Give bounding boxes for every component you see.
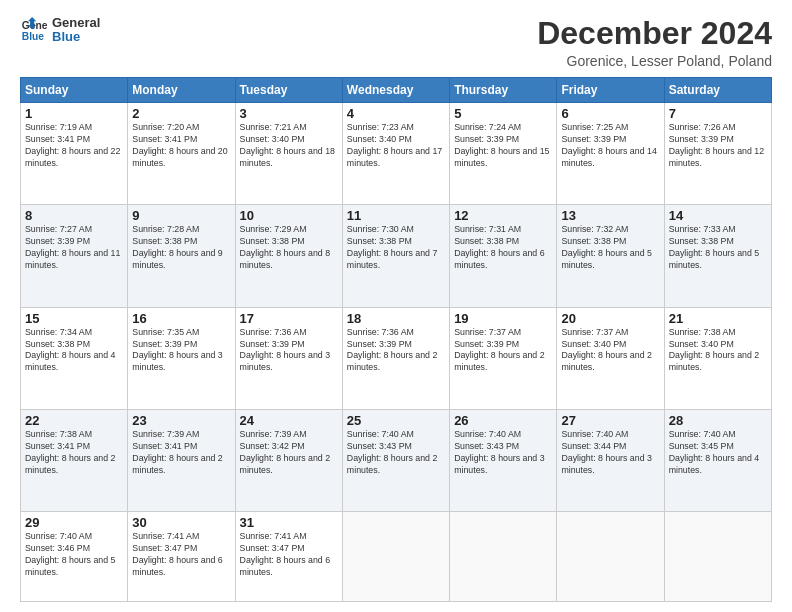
calendar-cell: 8 Sunrise: 7:27 AM Sunset: 3:39 PM Dayli… — [21, 205, 128, 307]
calendar-cell: 14 Sunrise: 7:33 AM Sunset: 3:38 PM Dayl… — [664, 205, 771, 307]
day-detail: Sunrise: 7:23 AM Sunset: 3:40 PM Dayligh… — [347, 122, 445, 170]
day-detail: Sunrise: 7:36 AM Sunset: 3:39 PM Dayligh… — [347, 327, 445, 375]
day-detail: Sunrise: 7:28 AM Sunset: 3:38 PM Dayligh… — [132, 224, 230, 272]
calendar-cell: 3 Sunrise: 7:21 AM Sunset: 3:40 PM Dayli… — [235, 103, 342, 205]
day-number: 16 — [132, 311, 230, 326]
calendar-table: Sunday Monday Tuesday Wednesday Thursday… — [20, 77, 772, 602]
calendar-cell: 19 Sunrise: 7:37 AM Sunset: 3:39 PM Dayl… — [450, 307, 557, 409]
calendar-cell: 12 Sunrise: 7:31 AM Sunset: 3:38 PM Dayl… — [450, 205, 557, 307]
logo-line2: Blue — [52, 30, 100, 44]
day-number: 19 — [454, 311, 552, 326]
day-detail: Sunrise: 7:31 AM Sunset: 3:38 PM Dayligh… — [454, 224, 552, 272]
calendar-cell — [664, 512, 771, 602]
day-number: 18 — [347, 311, 445, 326]
day-number: 30 — [132, 515, 230, 530]
day-detail: Sunrise: 7:37 AM Sunset: 3:40 PM Dayligh… — [561, 327, 659, 375]
day-detail: Sunrise: 7:19 AM Sunset: 3:41 PM Dayligh… — [25, 122, 123, 170]
day-number: 9 — [132, 208, 230, 223]
calendar-cell: 21 Sunrise: 7:38 AM Sunset: 3:40 PM Dayl… — [664, 307, 771, 409]
day-number: 5 — [454, 106, 552, 121]
day-number: 27 — [561, 413, 659, 428]
day-detail: Sunrise: 7:36 AM Sunset: 3:39 PM Dayligh… — [240, 327, 338, 375]
day-detail: Sunrise: 7:38 AM Sunset: 3:40 PM Dayligh… — [669, 327, 767, 375]
header-saturday: Saturday — [664, 78, 771, 103]
day-detail: Sunrise: 7:34 AM Sunset: 3:38 PM Dayligh… — [25, 327, 123, 375]
day-detail: Sunrise: 7:25 AM Sunset: 3:39 PM Dayligh… — [561, 122, 659, 170]
day-detail: Sunrise: 7:41 AM Sunset: 3:47 PM Dayligh… — [240, 531, 338, 579]
day-detail: Sunrise: 7:32 AM Sunset: 3:38 PM Dayligh… — [561, 224, 659, 272]
calendar-cell: 5 Sunrise: 7:24 AM Sunset: 3:39 PM Dayli… — [450, 103, 557, 205]
header-friday: Friday — [557, 78, 664, 103]
calendar-cell: 30 Sunrise: 7:41 AM Sunset: 3:47 PM Dayl… — [128, 512, 235, 602]
day-detail: Sunrise: 7:39 AM Sunset: 3:41 PM Dayligh… — [132, 429, 230, 477]
calendar-cell — [342, 512, 449, 602]
header: General Blue General Blue December 2024 … — [20, 16, 772, 69]
calendar-cell: 18 Sunrise: 7:36 AM Sunset: 3:39 PM Dayl… — [342, 307, 449, 409]
calendar-cell — [557, 512, 664, 602]
day-detail: Sunrise: 7:39 AM Sunset: 3:42 PM Dayligh… — [240, 429, 338, 477]
header-tuesday: Tuesday — [235, 78, 342, 103]
day-number: 28 — [669, 413, 767, 428]
day-detail: Sunrise: 7:40 AM Sunset: 3:44 PM Dayligh… — [561, 429, 659, 477]
calendar-cell: 31 Sunrise: 7:41 AM Sunset: 3:47 PM Dayl… — [235, 512, 342, 602]
calendar-cell: 17 Sunrise: 7:36 AM Sunset: 3:39 PM Dayl… — [235, 307, 342, 409]
day-detail: Sunrise: 7:21 AM Sunset: 3:40 PM Dayligh… — [240, 122, 338, 170]
calendar-cell: 2 Sunrise: 7:20 AM Sunset: 3:41 PM Dayli… — [128, 103, 235, 205]
day-number: 8 — [25, 208, 123, 223]
day-number: 7 — [669, 106, 767, 121]
day-detail: Sunrise: 7:24 AM Sunset: 3:39 PM Dayligh… — [454, 122, 552, 170]
logo-line1: General — [52, 16, 100, 30]
day-number: 4 — [347, 106, 445, 121]
calendar-cell: 24 Sunrise: 7:39 AM Sunset: 3:42 PM Dayl… — [235, 409, 342, 511]
day-number: 6 — [561, 106, 659, 121]
day-number: 3 — [240, 106, 338, 121]
day-number: 20 — [561, 311, 659, 326]
day-number: 11 — [347, 208, 445, 223]
day-number: 17 — [240, 311, 338, 326]
calendar-cell: 16 Sunrise: 7:35 AM Sunset: 3:39 PM Dayl… — [128, 307, 235, 409]
day-number: 22 — [25, 413, 123, 428]
header-wednesday: Wednesday — [342, 78, 449, 103]
calendar-cell: 27 Sunrise: 7:40 AM Sunset: 3:44 PM Dayl… — [557, 409, 664, 511]
day-number: 25 — [347, 413, 445, 428]
day-number: 10 — [240, 208, 338, 223]
day-number: 2 — [132, 106, 230, 121]
logo-icon: General Blue — [20, 16, 48, 44]
day-detail: Sunrise: 7:37 AM Sunset: 3:39 PM Dayligh… — [454, 327, 552, 375]
calendar-cell: 23 Sunrise: 7:39 AM Sunset: 3:41 PM Dayl… — [128, 409, 235, 511]
day-number: 1 — [25, 106, 123, 121]
calendar-cell: 26 Sunrise: 7:40 AM Sunset: 3:43 PM Dayl… — [450, 409, 557, 511]
calendar-cell: 20 Sunrise: 7:37 AM Sunset: 3:40 PM Dayl… — [557, 307, 664, 409]
day-detail: Sunrise: 7:20 AM Sunset: 3:41 PM Dayligh… — [132, 122, 230, 170]
day-detail: Sunrise: 7:30 AM Sunset: 3:38 PM Dayligh… — [347, 224, 445, 272]
day-detail: Sunrise: 7:40 AM Sunset: 3:43 PM Dayligh… — [454, 429, 552, 477]
calendar-cell: 4 Sunrise: 7:23 AM Sunset: 3:40 PM Dayli… — [342, 103, 449, 205]
day-detail: Sunrise: 7:40 AM Sunset: 3:43 PM Dayligh… — [347, 429, 445, 477]
day-detail: Sunrise: 7:40 AM Sunset: 3:46 PM Dayligh… — [25, 531, 123, 579]
day-number: 13 — [561, 208, 659, 223]
logo: General Blue General Blue — [20, 16, 100, 45]
calendar-cell: 6 Sunrise: 7:25 AM Sunset: 3:39 PM Dayli… — [557, 103, 664, 205]
day-detail: Sunrise: 7:33 AM Sunset: 3:38 PM Dayligh… — [669, 224, 767, 272]
day-detail: Sunrise: 7:27 AM Sunset: 3:39 PM Dayligh… — [25, 224, 123, 272]
calendar-cell: 28 Sunrise: 7:40 AM Sunset: 3:45 PM Dayl… — [664, 409, 771, 511]
day-detail: Sunrise: 7:40 AM Sunset: 3:45 PM Dayligh… — [669, 429, 767, 477]
day-detail: Sunrise: 7:35 AM Sunset: 3:39 PM Dayligh… — [132, 327, 230, 375]
calendar-header-row: Sunday Monday Tuesday Wednesday Thursday… — [21, 78, 772, 103]
title-block: December 2024 Gorenice, Lesser Poland, P… — [537, 16, 772, 69]
main-title: December 2024 — [537, 16, 772, 51]
day-detail: Sunrise: 7:41 AM Sunset: 3:47 PM Dayligh… — [132, 531, 230, 579]
calendar-cell: 15 Sunrise: 7:34 AM Sunset: 3:38 PM Dayl… — [21, 307, 128, 409]
day-number: 12 — [454, 208, 552, 223]
calendar-cell: 1 Sunrise: 7:19 AM Sunset: 3:41 PM Dayli… — [21, 103, 128, 205]
header-monday: Monday — [128, 78, 235, 103]
calendar-cell: 10 Sunrise: 7:29 AM Sunset: 3:38 PM Dayl… — [235, 205, 342, 307]
day-number: 24 — [240, 413, 338, 428]
day-number: 21 — [669, 311, 767, 326]
day-number: 14 — [669, 208, 767, 223]
day-number: 26 — [454, 413, 552, 428]
header-sunday: Sunday — [21, 78, 128, 103]
calendar-cell: 11 Sunrise: 7:30 AM Sunset: 3:38 PM Dayl… — [342, 205, 449, 307]
day-detail: Sunrise: 7:29 AM Sunset: 3:38 PM Dayligh… — [240, 224, 338, 272]
svg-text:Blue: Blue — [22, 32, 45, 43]
